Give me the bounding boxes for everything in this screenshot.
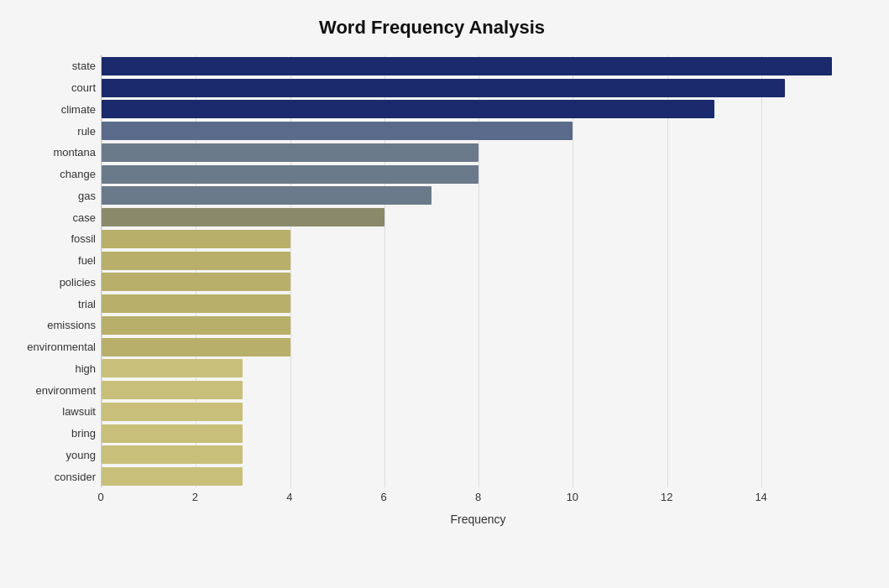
- bar-row: [102, 206, 855, 228]
- y-axis-label: emissions: [47, 315, 96, 336]
- y-axis-label: state: [72, 55, 96, 77]
- y-axis-label: fossil: [71, 228, 96, 250]
- bar-row: [102, 99, 855, 121]
- bar: [102, 143, 478, 162]
- bars-section: statecourtclimaterulemontanachangegascas…: [8, 55, 855, 487]
- chart-area: statecourtclimaterulemontanachangegascas…: [8, 55, 855, 526]
- bar: [102, 338, 290, 356]
- x-tick-label: 2: [192, 491, 198, 503]
- y-axis-label: case: [73, 206, 96, 228]
- bar-row: [102, 142, 855, 164]
- y-axis-label: trial: [78, 293, 96, 315]
- bar-row: [102, 185, 855, 207]
- bar: [102, 467, 243, 486]
- bar: [102, 381, 243, 399]
- y-axis-label: climate: [61, 99, 96, 121]
- y-axis-label: young: [66, 445, 96, 466]
- bar: [102, 316, 290, 335]
- x-tick-label: 4: [286, 491, 292, 503]
- y-labels: statecourtclimaterulemontanachangegascas…: [8, 55, 101, 487]
- y-axis-label: bring: [71, 423, 96, 445]
- x-tick-label: 8: [475, 491, 481, 503]
- y-axis-label: environmental: [27, 336, 96, 358]
- bar: [102, 403, 243, 421]
- x-tick-label: 6: [381, 491, 387, 503]
- x-tick-label: 10: [567, 491, 578, 503]
- y-axis-label: policies: [60, 272, 96, 294]
- bar-row: [102, 315, 855, 336]
- bar: [102, 230, 290, 248]
- y-axis-label: court: [71, 77, 96, 99]
- bar-row: [102, 272, 855, 294]
- chart-container: Word Frequency Analysis statecourtclimat…: [0, 0, 889, 588]
- bar-row: [102, 228, 855, 250]
- bar-row: [102, 55, 855, 77]
- y-axis-label: consider: [55, 466, 96, 487]
- bar: [102, 79, 785, 97]
- bar: [102, 186, 431, 205]
- bar-row: [102, 423, 855, 445]
- bar: [102, 100, 714, 118]
- bar: [102, 165, 478, 184]
- bar: [102, 252, 290, 270]
- bar: [102, 424, 243, 443]
- bar-row: [102, 250, 855, 272]
- chart-title: Word Frequency Analysis: [8, 17, 855, 39]
- bar: [102, 359, 243, 377]
- x-tick-label: 12: [661, 491, 672, 503]
- bar-row: [102, 401, 855, 423]
- bar-row: [102, 466, 855, 487]
- y-axis-label: gas: [78, 185, 96, 207]
- bar-row: [102, 120, 855, 142]
- bar-row: [102, 293, 855, 315]
- bar-row: [102, 336, 855, 358]
- bar-row: [102, 358, 855, 380]
- bar: [102, 294, 290, 313]
- y-axis-label: fuel: [78, 250, 96, 272]
- y-axis-label: environment: [35, 379, 96, 401]
- bar: [102, 57, 832, 75]
- x-axis: 02468101214: [101, 491, 855, 507]
- x-tick-label: 14: [755, 491, 766, 503]
- y-axis-label: change: [60, 164, 96, 185]
- bar-row: [102, 77, 855, 99]
- bar: [102, 273, 290, 291]
- bar: [102, 122, 573, 140]
- y-axis-label: rule: [77, 120, 96, 142]
- bars-plot: [101, 55, 855, 487]
- bar: [102, 208, 384, 226]
- x-tick-label: 0: [97, 491, 103, 503]
- bar-row: [102, 164, 855, 185]
- y-axis-label: montana: [53, 142, 96, 164]
- y-axis-label: high: [75, 358, 96, 380]
- bar-row: [102, 379, 855, 401]
- bar-row: [102, 445, 855, 466]
- y-axis-label: lawsuit: [62, 401, 96, 423]
- bar: [102, 445, 243, 464]
- x-axis-label: Frequency: [101, 513, 855, 526]
